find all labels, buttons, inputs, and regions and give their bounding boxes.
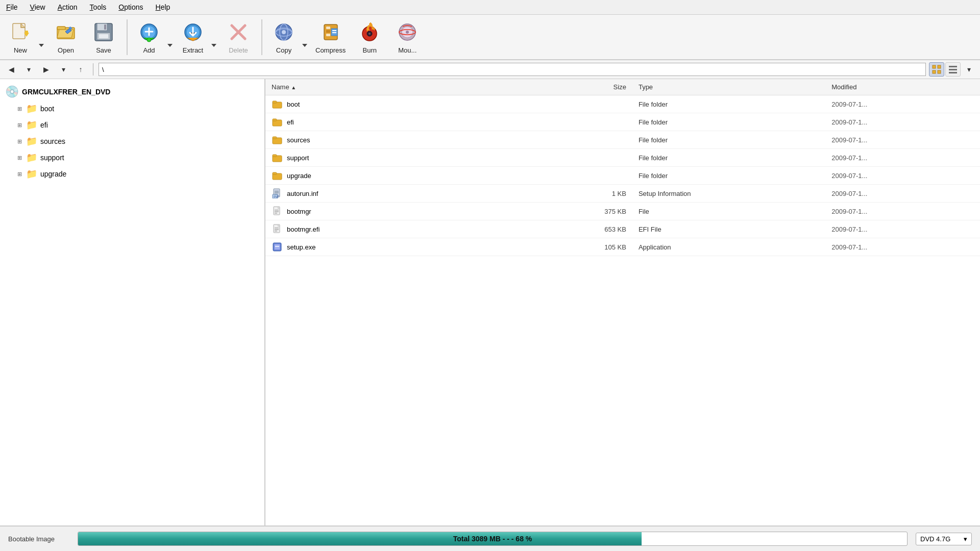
folder-icon-support: 📁 — [26, 152, 37, 163]
extract-button[interactable]: Extract — [177, 18, 209, 56]
table-row[interactable]: upgrade File folder2009-07-1... — [265, 167, 980, 185]
up-button[interactable]: ↑ — [74, 62, 88, 77]
file-icon-exe — [272, 241, 283, 253]
tree-root-label: GRMCULXFRER_EN_DVD — [22, 88, 110, 96]
column-header-type[interactable]: Type — [632, 79, 825, 95]
view-toggle: ▾ — [929, 62, 976, 77]
file-name: upgrade — [287, 172, 311, 180]
file-name: efi — [287, 118, 294, 126]
file-size: 105 KB — [536, 238, 632, 256]
svg-rect-67 — [275, 246, 279, 247]
tree-item-label-support: support — [40, 154, 64, 162]
toolbar-separator-2 — [261, 19, 262, 55]
table-row[interactable]: bootmgr.efi 653 KBEFI File2009-07-1... — [265, 220, 980, 238]
tree-item-label-efi: efi — [40, 121, 48, 129]
new-dropdown-arrow[interactable] — [37, 18, 46, 56]
menu-view[interactable]: View — [28, 2, 47, 12]
extract-arrow-icon — [211, 44, 216, 47]
file-size — [536, 131, 632, 149]
table-row[interactable]: setup.exe 105 KBApplication2009-07-1... — [265, 238, 980, 256]
tree-item-support[interactable]: ⊞ 📁 support — [2, 149, 262, 166]
file-name: bootmgr.efi — [287, 226, 320, 233]
compress-label: Compress — [315, 46, 346, 54]
table-row[interactable]: efi File folder2009-07-1... — [265, 113, 980, 131]
svg-rect-57 — [275, 210, 279, 211]
mount-label: Mou... — [398, 46, 416, 54]
disc-type-dropdown[interactable]: DVD 4.7G ▾ — [916, 533, 972, 545]
copy-button[interactable]: Copy — [267, 18, 300, 56]
svg-rect-5 — [57, 27, 65, 30]
mount-button[interactable]: Mou... — [389, 18, 425, 56]
tree-item-sources[interactable]: ⊞ 📁 sources — [2, 133, 262, 149]
menu-help[interactable]: Help — [154, 2, 173, 12]
svg-rect-41 — [273, 101, 277, 103]
extract-icon — [181, 20, 205, 44]
file-modified: 2009-07-1... — [825, 131, 980, 149]
progress-bar-text: Total 3089 MB - - - 68 % — [453, 535, 532, 543]
large-icons-view-button[interactable] — [929, 62, 944, 77]
details-view-button[interactable] — [945, 62, 961, 77]
back-button[interactable]: ◀ — [4, 62, 18, 77]
menu-options[interactable]: Options — [116, 2, 145, 12]
delete-button[interactable]: Delete — [220, 18, 256, 56]
svg-point-13 — [147, 38, 151, 42]
add-button[interactable]: Add — [133, 18, 165, 56]
menubar: File View Action Tools Options Help — [0, 0, 980, 15]
file-type: File folder — [632, 167, 825, 185]
column-header-modified[interactable]: Modified — [825, 79, 980, 95]
tree-root[interactable]: 💿 GRMCULXFRER_EN_DVD — [2, 83, 262, 101]
compress-button[interactable]: Compress — [311, 18, 350, 56]
add-dropdown-arrow[interactable] — [165, 18, 175, 56]
tree-item-boot[interactable]: ⊞ 📁 boot — [2, 101, 262, 117]
table-row[interactable]: bootmgr 375 KBFile2009-07-1... — [265, 203, 980, 220]
file-size — [536, 113, 632, 131]
menu-file[interactable]: File — [4, 2, 20, 12]
copy-dropdown-arrow[interactable] — [300, 18, 309, 56]
table-row[interactable]: INF autorun.inf 1 KBSetup Information200… — [265, 185, 980, 203]
open-button[interactable]: Open — [48, 18, 84, 56]
disc-type-label: DVD 4.7G — [920, 535, 950, 543]
add-button-group: Add — [133, 18, 175, 56]
svg-rect-51 — [275, 191, 279, 192]
svg-rect-25 — [326, 34, 330, 36]
address-input[interactable] — [99, 63, 926, 76]
save-label: Save — [96, 46, 111, 54]
view-dropdown-arrow[interactable]: ▾ — [962, 62, 976, 77]
table-row[interactable]: sources File folder2009-07-1... — [265, 131, 980, 149]
forward-dropdown[interactable]: ▾ — [56, 62, 70, 77]
open-icon — [54, 20, 78, 44]
table-row[interactable]: support File folder2009-07-1... — [265, 149, 980, 167]
tree-item-upgrade[interactable]: ⊞ 📁 upgrade — [2, 166, 262, 182]
svg-rect-47 — [273, 155, 277, 157]
extract-dropdown-arrow[interactable] — [209, 18, 218, 56]
file-modified: 2009-07-1... — [825, 220, 980, 238]
svg-point-31 — [406, 31, 409, 34]
burn-button[interactable]: Burn — [352, 18, 387, 56]
file-type: File folder — [632, 149, 825, 167]
new-button[interactable]: New — [4, 18, 37, 56]
menu-tools[interactable]: Tools — [88, 2, 109, 12]
tree-item-efi[interactable]: ⊞ 📁 efi — [2, 117, 262, 133]
folder-icon-efi: 📁 — [26, 119, 37, 131]
svg-rect-52 — [275, 192, 279, 193]
file-name: setup.exe — [287, 243, 315, 251]
column-header-size[interactable]: Size — [536, 79, 632, 95]
file-modified: 2009-07-1... — [825, 167, 980, 185]
add-label: Add — [143, 46, 155, 54]
save-button[interactable]: Save — [86, 18, 121, 56]
svg-rect-34 — [938, 65, 941, 68]
file-table: Name Size Type Modified — [265, 79, 980, 256]
delete-label: Delete — [229, 46, 248, 54]
burn-icon — [357, 20, 382, 44]
svg-rect-3 — [25, 31, 28, 35]
progress-bar: Total 3089 MB - - - 68 % — [78, 532, 908, 546]
table-row[interactable]: boot File folder2009-07-1... — [265, 95, 980, 113]
back-dropdown[interactable]: ▾ — [21, 62, 36, 77]
column-header-name[interactable]: Name — [265, 79, 536, 95]
file-icon-folder — [272, 116, 283, 128]
file-size: 375 KB — [536, 203, 632, 220]
forward-button[interactable]: ▶ — [39, 62, 53, 77]
menu-action[interactable]: Action — [56, 2, 80, 12]
tree-expand-sources: ⊞ — [17, 138, 22, 145]
file-panel: Name Size Type Modified — [265, 79, 980, 525]
